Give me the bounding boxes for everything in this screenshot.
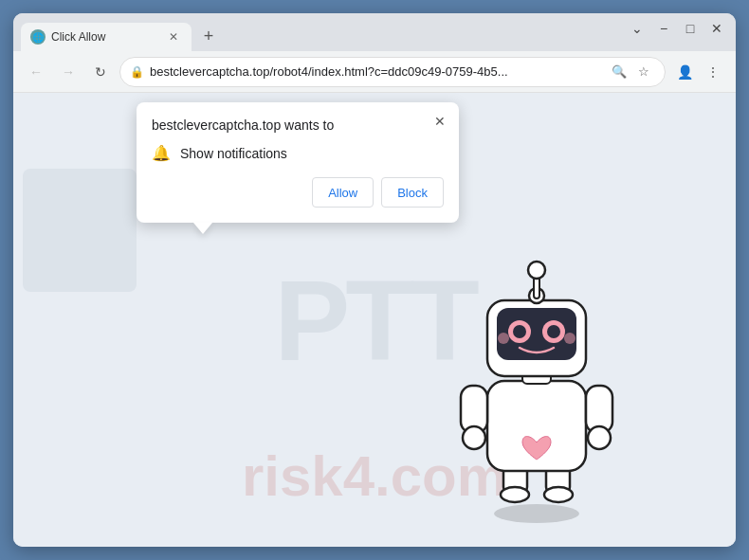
tab-favicon: 🌐 <box>30 29 46 45</box>
page-content: PTT risk4.com YOU <box>13 93 736 547</box>
collapse-button[interactable]: ⌄ <box>626 17 649 40</box>
svg-point-3 <box>501 487 529 502</box>
tab-close-button[interactable]: ✕ <box>165 28 182 45</box>
robot-svg <box>432 244 641 528</box>
search-icon-btn[interactable]: 🔍 <box>608 61 630 83</box>
tab-title: Click Allow <box>51 30 159 44</box>
title-bar: 🌐 Click Allow ✕ + ⌄ − □ ✕ <box>13 13 736 51</box>
svg-point-15 <box>513 325 526 338</box>
svg-point-19 <box>528 262 545 279</box>
lock-icon: 🔒 <box>130 65 144 79</box>
new-tab-button[interactable]: + <box>195 23 222 49</box>
minimize-button[interactable]: − <box>652 17 675 40</box>
bell-icon: 🔔 <box>152 144 171 162</box>
tab-strip: 🌐 Click Allow ✕ + <box>21 13 626 51</box>
popup-notification-row: 🔔 Show notifications <box>152 144 444 162</box>
menu-button[interactable]: ⋮ <box>700 59 726 85</box>
nav-extra-buttons: 👤 ⋮ <box>671 59 726 85</box>
address-actions: 🔍 ☆ <box>608 61 655 83</box>
active-tab[interactable]: 🌐 Click Allow ✕ <box>21 23 192 51</box>
block-button[interactable]: Block <box>381 177 444 208</box>
svg-point-8 <box>463 426 485 449</box>
notification-popup: ✕ bestclevercaptcha.top wants to 🔔 Show … <box>137 102 459 223</box>
close-button[interactable]: ✕ <box>705 17 728 40</box>
browser-window: 🌐 Click Allow ✕ + ⌄ − □ ✕ ← → ↻ 🔒 bestcl… <box>13 13 736 547</box>
popup-actions: Allow Block <box>152 177 444 208</box>
notification-label: Show notifications <box>180 146 287 161</box>
window-controls: ⌄ − □ ✕ <box>626 17 728 47</box>
popup-close-button[interactable]: ✕ <box>430 112 449 131</box>
maximize-button[interactable]: □ <box>679 17 702 40</box>
svg-point-9 <box>588 426 611 449</box>
nav-bar: ← → ↻ 🔒 bestclevercaptcha.top/robot4/ind… <box>13 51 736 93</box>
profile-button[interactable]: 👤 <box>671 59 698 85</box>
back-button[interactable]: ← <box>23 59 49 85</box>
svg-point-4 <box>544 487 573 502</box>
bg-element-left <box>23 169 137 292</box>
svg-point-21 <box>564 333 575 344</box>
svg-point-20 <box>498 333 509 344</box>
address-bar[interactable]: 🔒 bestclevercaptcha.top/robot4/index.htm… <box>119 57 666 87</box>
svg-point-16 <box>547 325 560 338</box>
popup-title: bestclevercaptcha.top wants to <box>152 117 444 133</box>
robot-illustration <box>432 244 641 528</box>
popup-tail <box>193 223 212 234</box>
refresh-button[interactable]: ↻ <box>87 59 114 85</box>
bookmark-icon-btn[interactable]: ☆ <box>632 61 655 83</box>
svg-point-0 <box>494 504 579 523</box>
address-text: bestclevercaptcha.top/robot4/index.html?… <box>150 64 602 79</box>
forward-button[interactable]: → <box>55 59 82 85</box>
allow-button[interactable]: Allow <box>312 177 374 208</box>
